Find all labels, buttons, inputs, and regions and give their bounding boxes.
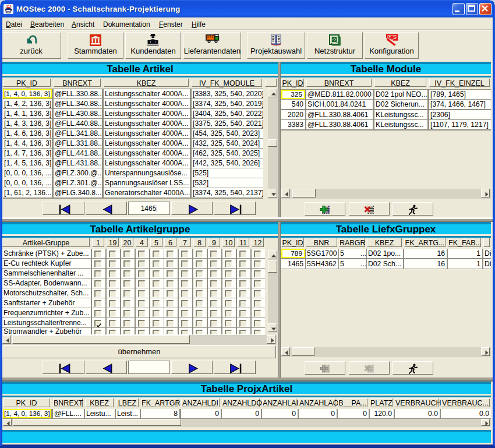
- svg-text:S: S: [394, 35, 397, 41]
